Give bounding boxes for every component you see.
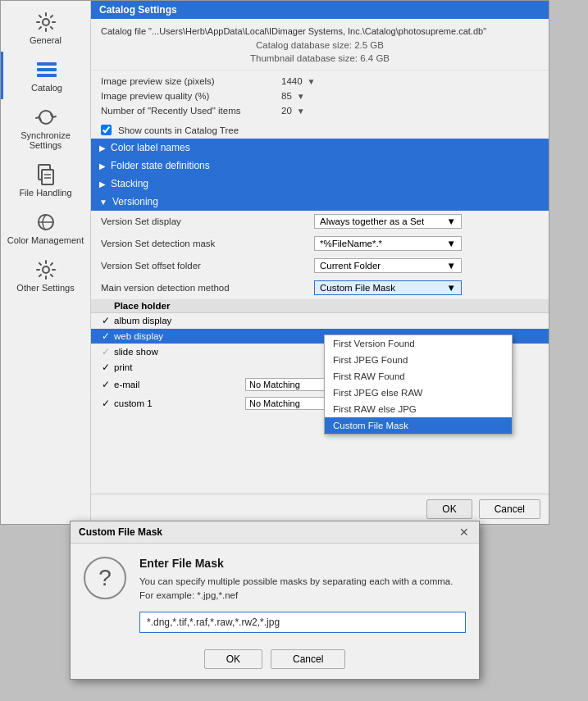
dialog-description: You can specify multiple possible masks … — [139, 575, 466, 603]
folder-state-title: Folder state definitions — [111, 160, 210, 171]
file-mask-input[interactable] — [139, 612, 466, 633]
catalog-file-row: Catalog file "...Users\Herb\AppData\Loca… — [101, 24, 539, 39]
bottom-buttons: OK Cancel — [91, 494, 549, 524]
dialog-close-button[interactable]: ✕ — [458, 526, 471, 539]
versioning-content: Version Set display Always together as a… — [91, 211, 549, 299]
placeholder-header: Place holder — [91, 299, 549, 313]
dropdown-option-first-jpeg[interactable]: First JPEG Found — [325, 352, 512, 368]
title-bar: Catalog Settings — [91, 1, 549, 19]
row-name-album: album display — [114, 316, 245, 325]
row-check-email: ✓ — [98, 379, 114, 390]
main-version-row: Main version detection method Custom Fil… — [101, 277, 539, 299]
dialog-cancel-button[interactable]: Cancel — [271, 649, 345, 669]
sidebar-label-other-settings: Other Settings — [16, 283, 74, 293]
email-match-input[interactable] — [245, 378, 335, 391]
sidebar: General Catalog Synchroni — [1, 1, 91, 524]
versioning-section-header[interactable]: ▼ Versioning — [91, 193, 549, 211]
image-preview-quality-row: Image preview quality (%) 85 ▼ — [101, 89, 539, 103]
row-check-web: ✓ — [98, 330, 114, 342]
row-name-print: print — [114, 362, 245, 372]
image-preview-size-value-container: 1440 ▼ — [281, 76, 539, 86]
image-preview-size-arrow[interactable]: ▼ — [308, 77, 316, 86]
main-version-arrow: ▼ — [447, 283, 456, 293]
catalog-db-size: Catalog database size: 2.5 GB — [101, 39, 539, 52]
dropdown-option-first-jpeg-raw[interactable]: First JPEG else RAW — [325, 385, 512, 401]
row-name-email: e-mail — [114, 380, 245, 389]
dropdown-option-first-version[interactable]: First Version Found — [325, 335, 512, 352]
custom1-match-input[interactable] — [245, 397, 335, 410]
sidebar-label-synchronize: Synchronize Settings — [4, 130, 87, 150]
version-set-mask-row: Version Set detection mask *%FileName*.*… — [101, 233, 539, 255]
dropdown-option-first-raw[interactable]: First RAW Found — [325, 368, 512, 385]
svg-rect-3 — [37, 74, 57, 77]
dialog-title-bar: Custom File Mask ✕ — [71, 521, 479, 544]
settings-section: Image preview size (pixels) 1440 ▼ Image… — [91, 71, 549, 121]
dialog-ok-button[interactable]: OK — [204, 649, 262, 669]
row-check-slide: ✓ — [98, 346, 114, 357]
svg-point-8 — [43, 266, 49, 273]
gear-icon — [34, 11, 57, 34]
other-settings-icon — [34, 258, 57, 281]
row-check-print: ✓ — [98, 362, 114, 373]
stacking-section-header[interactable]: ▶ Stacking — [91, 175, 549, 193]
version-offset-label: Version Set offset folder — [101, 261, 314, 271]
dropdown-option-custom-mask[interactable]: Custom File Mask — [325, 417, 512, 434]
sidebar-item-color-management[interactable]: Color Management — [1, 204, 90, 252]
sidebar-label-color-management: Color Management — [7, 235, 84, 245]
svg-point-0 — [43, 19, 49, 25]
main-version-value: Custom File Mask — [320, 283, 395, 293]
catalog-file-label: Catalog file "...Users\Herb\AppData\Loca… — [101, 26, 486, 36]
version-set-mask-label: Version Set detection mask — [101, 239, 314, 248]
versioning-title: Versioning — [112, 196, 158, 207]
version-set-mask-value: *%FileName*.* — [320, 239, 382, 248]
dialog-body: ? Enter File Mask You can specify multip… — [71, 544, 479, 641]
color-management-icon — [34, 211, 57, 234]
sidebar-label-file-handling: File Handling — [19, 188, 71, 198]
folder-state-section-header[interactable]: ▶ Folder state definitions — [91, 157, 549, 175]
ok-button[interactable]: OK — [426, 499, 472, 519]
stacking-title: Stacking — [111, 178, 148, 189]
catalog-icon — [35, 58, 58, 81]
version-offset-arrow: ▼ — [447, 261, 456, 271]
content-area: Catalog Settings Catalog file "...Users\… — [91, 1, 549, 524]
sidebar-item-other-settings[interactable]: Other Settings — [1, 252, 90, 299]
versioning-arrow: ▼ — [99, 198, 107, 207]
row-name-custom1: custom 1 — [114, 398, 245, 408]
image-preview-quality-arrow[interactable]: ▼ — [297, 92, 305, 101]
main-settings-window: General Catalog Synchroni — [0, 0, 549, 525]
row-name-slide: slide show — [114, 347, 245, 357]
placeholder-col-header: Place holder — [114, 301, 245, 311]
row-check-custom1: ✓ — [98, 398, 114, 409]
sidebar-item-catalog[interactable]: Catalog — [1, 52, 90, 99]
thumbnail-db-size: Thumbnail database size: 6.4 GB — [101, 52, 539, 65]
image-preview-size-label: Image preview size (pixels) — [101, 76, 281, 86]
main-version-label: Main version detection method — [101, 283, 314, 293]
catalog-file-section: Catalog file "...Users\Herb\AppData\Loca… — [91, 19, 549, 71]
cancel-button[interactable]: Cancel — [479, 499, 540, 519]
dropdown-option-first-raw-jpg[interactable]: First RAW else JPG — [325, 401, 512, 417]
sidebar-label-general: General — [30, 35, 62, 45]
main-version-dropdown[interactable]: Custom File Mask ▼ — [314, 280, 462, 295]
version-offset-dropdown[interactable]: Current Folder ▼ — [314, 258, 462, 273]
svg-rect-5 — [42, 170, 53, 184]
sidebar-item-synchronize[interactable]: Synchronize Settings — [1, 99, 90, 157]
dialog-buttons: OK Cancel — [71, 641, 479, 679]
image-preview-quality-label: Image preview quality (%) — [101, 91, 281, 101]
recently-used-arrow[interactable]: ▼ — [297, 107, 305, 116]
show-counts-checkbox[interactable] — [101, 125, 112, 135]
image-preview-size-row: Image preview size (pixels) 1440 ▼ — [101, 74, 539, 89]
sidebar-label-catalog: Catalog — [31, 83, 62, 93]
sidebar-item-general[interactable]: General — [1, 4, 90, 52]
version-set-mask-dropdown[interactable]: *%FileName*.* ▼ — [314, 236, 462, 251]
dialog-question-icon: ? — [84, 557, 126, 599]
version-set-display-value: Always together as a Set — [320, 216, 424, 226]
image-preview-size-value: 1440 — [281, 76, 303, 86]
sidebar-item-file-handling[interactable]: File Handling — [1, 157, 90, 204]
version-set-display-label: Version Set display — [101, 216, 314, 226]
version-set-display-dropdown[interactable]: Always together as a Set ▼ — [314, 214, 462, 229]
file-handling-icon — [34, 163, 57, 186]
recently-used-label: Number of "Recently Used" items — [101, 106, 281, 116]
title-label: Catalog Settings — [99, 4, 177, 16]
stacking-arrow: ▶ — [99, 180, 106, 189]
color-label-section-header[interactable]: ▶ Color label names — [91, 139, 549, 157]
